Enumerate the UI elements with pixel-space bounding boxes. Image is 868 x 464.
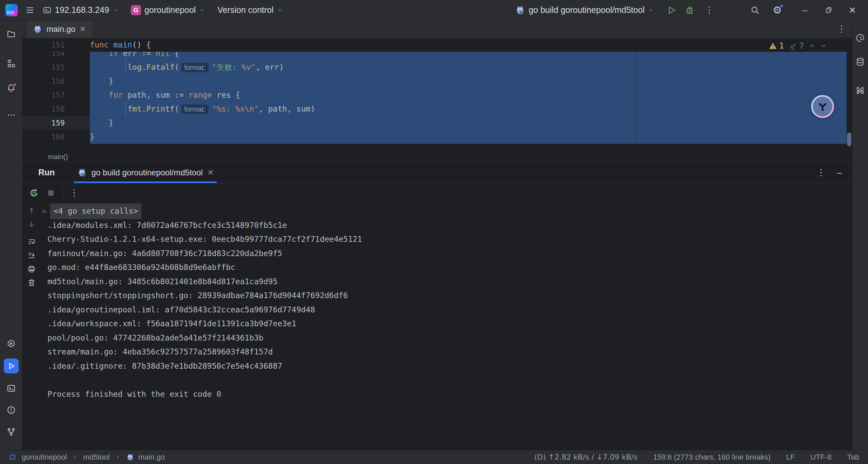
ok-widget[interactable]: 7	[789, 41, 804, 50]
tab-list-button[interactable]: ⋮	[837, 25, 846, 33]
code-token: }	[109, 118, 114, 127]
run-toolbar: ⋮	[22, 183, 852, 203]
line-number[interactable]: 158	[22, 102, 90, 116]
run-tab-close-button[interactable]: ✕	[208, 168, 214, 177]
code-line-158[interactable]: 158fmt.Printf(format:"%s: %x\n", path, s…	[22, 102, 847, 116]
code-token: , err)	[256, 63, 284, 72]
run-button[interactable]	[666, 5, 676, 15]
notification-dot	[13, 82, 17, 87]
services-tool-button[interactable]	[4, 337, 19, 350]
chevron-up-icon	[809, 42, 815, 49]
previous-occurrence-button[interactable]	[27, 206, 36, 215]
vcs-widget[interactable]: Version control	[214, 2, 286, 18]
editor-tab-main-go[interactable]: main.go ✕	[27, 20, 92, 38]
git-tool-button[interactable]	[4, 425, 19, 439]
rail-divider	[5, 49, 17, 49]
line-number[interactable]: 160	[22, 130, 90, 144]
problems-tool-button[interactable]	[4, 403, 19, 417]
ai-assistant-button[interactable]	[853, 31, 868, 45]
project-name: goroutinepool	[144, 5, 196, 15]
notifications-button[interactable]	[4, 81, 19, 95]
more-tool-windows-button[interactable]	[4, 108, 19, 122]
caret-position-widget[interactable]: 159:6 (2773 chars, 160 line breaks)	[653, 453, 770, 462]
project-badge: G	[131, 5, 141, 15]
rerun-button[interactable]	[29, 188, 39, 198]
gopher-run-icon	[515, 5, 525, 15]
chevron-down-icon	[648, 7, 654, 13]
next-problem-button[interactable]	[820, 42, 827, 49]
warning-icon	[769, 42, 777, 50]
structure-tool-button[interactable]	[4, 57, 19, 70]
project-selector[interactable]: G goroutinepool	[127, 2, 209, 18]
project-tool-button[interactable]	[4, 27, 19, 41]
indent-widget[interactable]: Tab	[847, 453, 859, 462]
remote-host-selector[interactable]: 192.168.3.249	[39, 2, 122, 18]
console-output[interactable]: ><4 go setup calls>.idea/modules.xml: 7d…	[41, 203, 852, 450]
database-button[interactable]	[853, 55, 868, 69]
code-editor[interactable]: 151 func main() { 154if err != nil {155l…	[22, 38, 852, 151]
console-more-button[interactable]: ⋮	[70, 189, 79, 197]
line-separator-widget[interactable]: LF	[786, 453, 795, 462]
previous-problem-button[interactable]	[809, 42, 815, 49]
code-token: \n	[245, 104, 254, 113]
console-line-text: pool/pool.go: 47742268ba2ade5a41e57f2144…	[47, 331, 263, 345]
arrow-up-icon	[27, 206, 36, 215]
restore-button[interactable]	[819, 3, 838, 18]
run-tool-button[interactable]	[4, 359, 19, 373]
code-token: (	[175, 63, 179, 72]
print-button[interactable]	[27, 265, 36, 273]
sticky-line-number: 151	[22, 38, 90, 52]
run-panel-more-button[interactable]: ⋮	[817, 169, 826, 176]
stop-button[interactable]	[46, 188, 56, 198]
expand-chevron-icon[interactable]: >	[42, 204, 48, 218]
minimize-button[interactable]: –	[795, 3, 814, 18]
search-everywhere-button[interactable]	[750, 5, 760, 15]
terminal-tool-button[interactable]	[4, 382, 19, 395]
code-token: :	[226, 104, 235, 113]
minimize-icon: –	[803, 6, 807, 15]
m-plugin-button[interactable]	[853, 84, 868, 97]
goland-logo-icon: GO	[5, 4, 18, 16]
code-line-160[interactable]: 160}	[22, 130, 847, 144]
editor-scrollbar-thumb[interactable]	[847, 133, 851, 146]
remote-host-label: 192.168.3.249	[55, 5, 109, 15]
code-token: .	[142, 63, 146, 72]
breadcrumb-project[interactable]: goroutinepool	[22, 453, 67, 462]
settings-button[interactable]: ⚙	[773, 5, 782, 15]
debug-button[interactable]	[685, 5, 695, 15]
inspections-widget[interactable]: 1 7	[766, 40, 830, 52]
tab-close-button[interactable]: ✕	[79, 25, 85, 34]
code-line-156[interactable]: 156}	[22, 74, 847, 88]
line-number[interactable]: 155	[22, 60, 90, 74]
line-number[interactable]: 159	[22, 116, 90, 130]
code-line-157[interactable]: 157for path, sum := range res {	[22, 88, 847, 102]
network-speed-widget[interactable]: (D) ↑2.82 kB/s / ↓7.09 kB/s	[534, 453, 638, 461]
indent-guide	[125, 60, 126, 74]
run-configuration-selector[interactable]: go build goroutinepool/md5tool	[512, 2, 657, 18]
scroll-to-end-button[interactable]	[27, 251, 36, 260]
main-menu-button[interactable]	[25, 5, 35, 15]
code-token: () {	[132, 40, 151, 49]
ai-floating-button[interactable]	[811, 95, 834, 118]
line-number[interactable]: 156	[22, 74, 90, 88]
services-hexagon-icon	[6, 339, 16, 348]
encoding-widget[interactable]: UTF-8	[810, 453, 831, 462]
run-tab[interactable]: go build goroutinepool/md5tool ✕	[74, 162, 217, 183]
soft-wrap-button[interactable]	[27, 237, 36, 246]
console-line: .idea/goroutinepool.iml: af70d5843c32cce…	[41, 303, 852, 317]
close-button[interactable]: ✕	[843, 3, 862, 18]
breadcrumb-file[interactable]: main.go	[126, 453, 165, 462]
clear-all-button[interactable]	[27, 278, 36, 287]
hide-panel-button[interactable]: –	[837, 168, 842, 177]
chevron-down-icon	[113, 7, 119, 13]
line-number[interactable]: 157	[22, 88, 90, 102]
code-line-155[interactable]: 155log.Fatalf(format:"失败: %v", err)	[22, 60, 847, 74]
kebab-icon: ⋮	[705, 6, 714, 14]
soft-wrap-icon	[27, 237, 36, 246]
breadcrumb-folder[interactable]: md5tool	[83, 453, 110, 462]
next-occurrence-button[interactable]	[27, 220, 36, 229]
more-actions-button[interactable]: ⋮	[705, 6, 714, 14]
code-line-159[interactable]: 159}	[22, 116, 847, 130]
run-panel-label: Run	[38, 168, 55, 177]
warnings-widget[interactable]: 1	[769, 41, 784, 50]
